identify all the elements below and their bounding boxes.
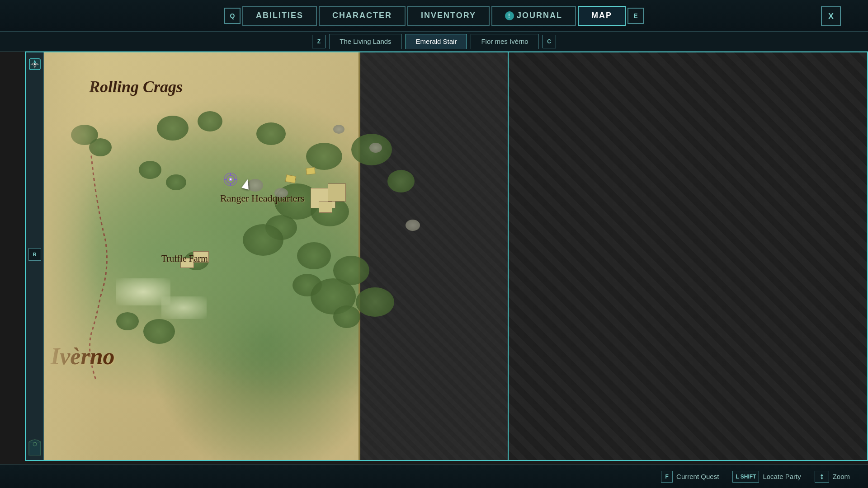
rock-3	[369, 143, 382, 153]
living-lands-tab[interactable]: The Living Lands	[329, 34, 401, 49]
abilities-button[interactable]: ABILITIES	[242, 6, 317, 26]
q-key-button[interactable]: Q	[224, 8, 241, 24]
rock-5	[333, 125, 344, 134]
vegetation-4	[198, 111, 222, 131]
ranger-hq-building-3	[319, 202, 332, 213]
map-feature-2	[306, 167, 315, 175]
top-nav-bar: Q ABILITIES CHARACTER INVENTORY ! JOURNA…	[0, 0, 868, 32]
svg-marker-16	[821, 474, 823, 476]
vegetation-19	[139, 161, 161, 179]
fior-mes-iverno-tab[interactable]: Fior mes Ivèrno	[471, 34, 538, 49]
zoom-action: Zoom	[815, 471, 850, 483]
vegetation-13	[297, 242, 331, 269]
vegetation-23	[143, 319, 175, 344]
player-marker	[222, 171, 239, 188]
inventory-button[interactable]: INVENTORY	[407, 6, 490, 26]
ranger-hq-building-2	[328, 183, 346, 202]
player-marker-icon	[222, 171, 239, 188]
locate-party-action: L SHIFT Locate Party	[732, 471, 801, 483]
map-right-panel	[509, 52, 868, 461]
map-container: R	[25, 52, 868, 461]
vegetation-20	[166, 174, 186, 190]
vegetation-8	[387, 170, 415, 192]
lshift-key[interactable]: L SHIFT	[732, 471, 759, 483]
vegetation-17	[356, 287, 394, 317]
svg-point-5	[34, 63, 36, 65]
locate-party-label: Locate Party	[763, 473, 801, 480]
iverno-label: Ivèrno	[51, 343, 115, 370]
r-key-sidebar[interactable]: R	[28, 248, 41, 261]
compass-icon	[28, 57, 42, 71]
bright-area-2	[161, 296, 207, 319]
map-area[interactable]: R	[25, 52, 509, 461]
c-key-button[interactable]: C	[542, 35, 556, 48]
vegetation-3	[157, 116, 189, 141]
zoom-key[interactable]	[815, 471, 829, 483]
svg-marker-17	[821, 478, 823, 479]
vegetation-22	[116, 312, 139, 330]
truffle-farm-label: Truffle Farm	[161, 253, 208, 264]
vegetation-5	[256, 122, 286, 145]
map-sidebar: R	[26, 52, 44, 460]
svg-rect-6	[29, 442, 41, 455]
zoom-arrows-icon	[819, 474, 825, 480]
journal-badge: !	[505, 11, 514, 20]
rolling-crags-label: Rolling Crags	[89, 77, 183, 96]
bottom-action-bar: F Current Quest L SHIFT Locate Party Zoo…	[0, 465, 868, 488]
map-button[interactable]: MAP	[578, 6, 626, 26]
character-button[interactable]: CHARACTER	[319, 6, 406, 26]
current-quest-label: Current Quest	[676, 473, 719, 480]
unexplored-region	[359, 52, 508, 460]
e-key-button[interactable]: E	[627, 8, 644, 24]
rock-4	[406, 220, 420, 231]
emerald-stair-tab[interactable]: Emerald Stair	[406, 34, 467, 49]
vegetation-12	[243, 224, 283, 256]
journal-label: JOURNAL	[517, 11, 562, 20]
journal-button[interactable]: ! JOURNAL	[491, 6, 576, 26]
sub-nav-bar: Z The Living Lands Emerald Stair Fior me…	[0, 32, 868, 52]
vegetation-2	[89, 138, 112, 156]
ranger-hq-label: Ranger Headquarters	[220, 192, 304, 204]
location-arch-icon	[28, 437, 42, 455]
current-quest-action: F Current Quest	[661, 471, 719, 483]
zoom-label: Zoom	[833, 473, 850, 480]
svg-point-15	[230, 178, 231, 180]
f-key[interactable]: F	[661, 471, 673, 483]
close-button[interactable]: X	[821, 6, 841, 26]
z-key-button[interactable]: Z	[312, 35, 326, 48]
vegetation-18	[333, 305, 360, 328]
vegetation-6	[306, 143, 342, 170]
